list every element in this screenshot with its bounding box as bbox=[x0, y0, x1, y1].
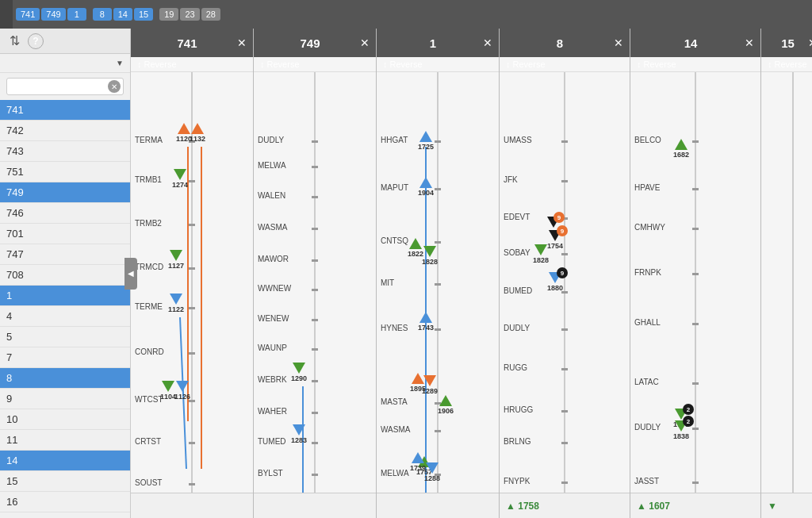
panel-close-1[interactable]: ✕ bbox=[483, 36, 492, 49]
vehicle-1-1743: 1743 bbox=[418, 312, 434, 332]
stop-label-749-WWNEW: WWNEW bbox=[258, 284, 291, 293]
stop-label-741-TERME: TERME bbox=[135, 302, 163, 311]
stop-label-8-DUDLY: DUDLY bbox=[504, 324, 530, 332]
route-item-8[interactable]: 8 bbox=[0, 368, 130, 389]
help-button[interactable]: ? bbox=[28, 33, 44, 49]
panel-header-8: 8✕ bbox=[500, 29, 630, 57]
stop-label-741-TERMA: TERMA bbox=[135, 136, 163, 144]
panel-header-14: 14✕ bbox=[630, 29, 760, 57]
stop-label-749-MAWOR: MAWOR bbox=[258, 255, 289, 263]
stop-label-749-WALEN: WALEN bbox=[258, 191, 285, 200]
sidebar-collapse-button[interactable]: ◀ bbox=[124, 258, 137, 290]
tab-28[interactable]: 28 bbox=[201, 8, 220, 21]
panel-close-749[interactable]: ✕ bbox=[360, 36, 370, 49]
dropdown-arrow-icon[interactable]: ▼ bbox=[116, 59, 124, 67]
vehicle-1-1289: 1289 bbox=[422, 375, 438, 395]
reverse-button-15[interactable]: ↕ Reverse bbox=[761, 57, 812, 72]
panel-header-15: 15✕ bbox=[761, 29, 812, 57]
tabs-bar: 741 749 1 8 14 15 19 23 28 bbox=[0, 0, 812, 29]
route-panel-749: 749✕↕ ReverseDUDLYMELWAWALENWASMAMAWORWW… bbox=[254, 29, 377, 518]
tab-group-1: 741 749 1 bbox=[13, 8, 90, 21]
stop-label-1-CNTSQ: CNTSQ bbox=[381, 236, 408, 245]
main-area: ⇅ ? ▼ ✕ 74174274375174974670174770814578… bbox=[0, 29, 812, 518]
stop-label-8-JFK: JFK bbox=[504, 175, 518, 184]
route-item-751[interactable]: 751 bbox=[0, 162, 130, 182]
vehicle-749-1290: 1290 bbox=[291, 363, 307, 382]
panel-title-741: 741 bbox=[137, 36, 237, 50]
vehicle-741-1122: 1122 bbox=[168, 294, 184, 313]
route-panel-8: 8✕↕ ReverseUMASSJFKEDEVTSOBAYBUMEDDUDLYR… bbox=[500, 29, 630, 518]
route-item-7[interactable]: 7 bbox=[0, 347, 130, 368]
route-item-10[interactable]: 10 bbox=[0, 409, 130, 430]
route-item-4[interactable]: 4 bbox=[0, 306, 130, 327]
route-item-746[interactable]: 746 bbox=[0, 203, 130, 224]
reverse-button-8[interactable]: ↕ Reverse bbox=[500, 57, 630, 72]
panel-title-1: 1 bbox=[383, 36, 483, 50]
route-item-14[interactable]: 14 bbox=[0, 451, 130, 471]
bottom-bar-15: ▼ bbox=[761, 493, 812, 518]
bottom-bar-1 bbox=[377, 493, 499, 518]
tab-15[interactable]: 15 bbox=[134, 8, 153, 21]
filter-icon-btn[interactable]: ⇅ bbox=[6, 32, 23, 50]
route-item-747[interactable]: 747 bbox=[0, 244, 130, 265]
vehicle-1-1725: 1725 bbox=[418, 131, 434, 151]
search-clear-button[interactable]: ✕ bbox=[108, 80, 121, 93]
bottom-bar-741 bbox=[131, 493, 253, 518]
route-item-11[interactable]: 11 bbox=[0, 430, 130, 451]
route-item-741[interactable]: 741 bbox=[0, 100, 130, 121]
panel-close-8[interactable]: ✕ bbox=[614, 36, 623, 49]
vehicle-741-1132: 1132 bbox=[190, 123, 205, 143]
vehicle-1-1904: 1904 bbox=[418, 177, 434, 197]
tab-741[interactable]: 741 bbox=[16, 8, 40, 21]
route-item-749[interactable]: 749 bbox=[0, 182, 130, 203]
reverse-button-1[interactable]: ↕ Reverse bbox=[377, 57, 499, 72]
vehicle-8-1754: 91754 bbox=[547, 230, 563, 250]
vehicle-14-1682: 1682 bbox=[673, 139, 689, 159]
panel-close-15[interactable]: ✕ bbox=[808, 36, 812, 49]
stop-label-8-BUMED: BUMED bbox=[504, 286, 532, 295]
route-item-743[interactable]: 743 bbox=[0, 141, 130, 162]
tab-23[interactable]: 23 bbox=[180, 8, 199, 21]
stop-label-741-TRMB1: TRMB1 bbox=[135, 175, 162, 184]
route-item-742[interactable]: 742 bbox=[0, 121, 130, 141]
tab-group-2: 8 14 15 bbox=[90, 8, 157, 21]
stop-label-1-MIT: MIT bbox=[381, 278, 394, 287]
stop-label-8-BRLNG: BRLNG bbox=[504, 437, 530, 446]
route-item-5[interactable]: 5 bbox=[0, 327, 130, 347]
vehicle-741-1274: 1274 bbox=[172, 169, 188, 189]
sidebar-header: ▼ bbox=[0, 54, 130, 73]
reverse-button-749[interactable]: ↕ Reverse bbox=[254, 57, 376, 72]
route-item-1[interactable]: 1 bbox=[0, 286, 130, 306]
stop-label-749-TUMED: TUMED bbox=[258, 437, 286, 446]
route-panel-15: 15✕↕ Reverse▼ bbox=[761, 29, 812, 518]
tab-group-3: 19 23 28 bbox=[156, 8, 224, 21]
reverse-button-741[interactable]: ↕ Reverse bbox=[131, 57, 253, 72]
stops-area-14: BELCOHPAVECMHWYFRNPKGHALLLATACDUDLYJASST… bbox=[630, 72, 760, 493]
tab-19[interactable]: 19 bbox=[159, 8, 178, 21]
stop-label-8-RUGG: RUGG bbox=[504, 363, 527, 372]
tab-14[interactable]: 14 bbox=[113, 8, 132, 21]
tab-749[interactable]: 749 bbox=[41, 8, 65, 21]
route-item-708[interactable]: 708 bbox=[0, 265, 130, 286]
panel-close-14[interactable]: ✕ bbox=[745, 36, 754, 49]
stop-label-741-CONRD: CONRD bbox=[135, 347, 164, 356]
panel-header-741: 741✕ bbox=[131, 29, 253, 57]
tab-1[interactable]: 1 bbox=[67, 8, 86, 21]
stop-label-8-SOBAY: SOBAY bbox=[504, 248, 530, 257]
route-item-701[interactable]: 701 bbox=[0, 224, 130, 244]
reverse-button-14[interactable]: ↕ Reverse bbox=[630, 57, 760, 72]
stop-label-741-CRTST: CRTST bbox=[135, 437, 161, 446]
route-search-input[interactable] bbox=[6, 78, 124, 95]
stop-label-749-WASMA: WASMA bbox=[258, 223, 287, 232]
stop-label-741-WTCST: WTCST bbox=[135, 395, 163, 404]
stop-label-14-GHALL: GHALL bbox=[634, 318, 661, 327]
route-item-16[interactable]: 16 bbox=[0, 492, 130, 512]
stops-area-15 bbox=[761, 72, 812, 493]
tab-8[interactable]: 8 bbox=[93, 8, 112, 21]
stop-label-1-MASTA: MASTA bbox=[381, 397, 408, 406]
route-item-9[interactable]: 9 bbox=[0, 389, 130, 409]
panel-close-741[interactable]: ✕ bbox=[237, 36, 247, 49]
panel-title-749: 749 bbox=[260, 36, 360, 50]
stop-label-14-DUDLY: DUDLY bbox=[634, 423, 661, 432]
route-item-15[interactable]: 15 bbox=[0, 471, 130, 492]
